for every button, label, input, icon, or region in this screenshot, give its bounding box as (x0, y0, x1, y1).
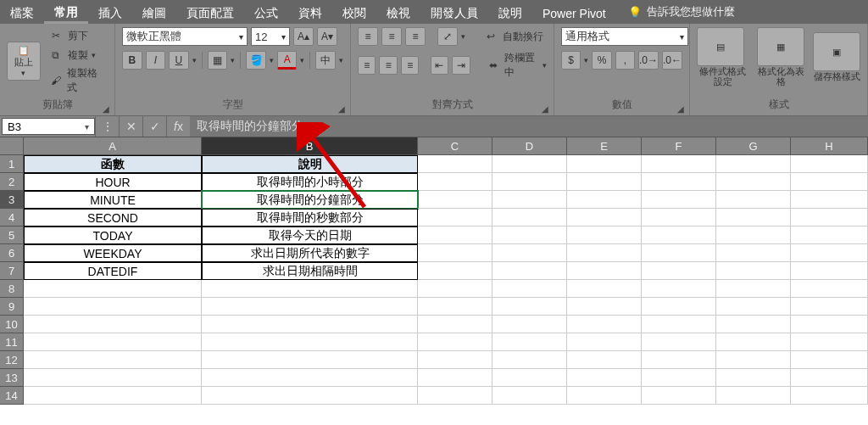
cell-B2[interactable]: 取得時間的小時部分 (202, 173, 418, 191)
cell-A9[interactable] (24, 298, 202, 316)
currency-button[interactable]: $ (561, 51, 581, 70)
cell-D5[interactable] (492, 226, 567, 244)
cell-A10[interactable] (24, 316, 202, 333)
col-header-D[interactable]: D (492, 137, 567, 155)
cell-E11[interactable] (567, 333, 642, 351)
copy-button[interactable]: ⧉複製▾ (47, 47, 108, 64)
row-header-5[interactable]: 5 (0, 226, 24, 244)
cell-B5[interactable]: 取得今天的日期 (202, 226, 418, 244)
cell-C2[interactable] (418, 173, 492, 191)
cell-G1[interactable] (716, 155, 791, 173)
align-left-button[interactable]: ≡ (358, 56, 376, 75)
cell-C7[interactable] (418, 262, 492, 280)
cell-G10[interactable] (716, 316, 791, 333)
enter-button[interactable]: ✓ (142, 116, 166, 137)
fx-button[interactable]: fx (166, 116, 190, 137)
tab-powerpivot[interactable]: Power Pivot (532, 0, 616, 24)
cell-D3[interactable] (492, 191, 567, 209)
cell-H3[interactable] (791, 191, 868, 209)
cell-D11[interactable] (492, 333, 567, 351)
dialog-launcher-icon[interactable]: ◢ (338, 104, 345, 114)
cut-button[interactable]: ✂剪下 (47, 27, 108, 44)
cell-H6[interactable] (791, 244, 868, 262)
cell-G14[interactable] (716, 387, 791, 405)
cell-A8[interactable] (24, 280, 202, 298)
wrap-text-button[interactable]: ↩自動換行 (482, 28, 543, 45)
cell-B4[interactable]: 取得時間的秒數部分 (202, 209, 418, 226)
cell-G8[interactable] (716, 280, 791, 298)
tab-file[interactable]: 檔案 (0, 0, 44, 24)
cell-H10[interactable] (791, 316, 868, 333)
font-size-combo[interactable]: 12▾ (251, 27, 290, 46)
cell-E7[interactable] (567, 262, 642, 280)
cell-H2[interactable] (791, 173, 868, 191)
tab-home[interactable]: 常用 (44, 0, 88, 24)
row-header-9[interactable]: 9 (0, 298, 24, 316)
cell-D14[interactable] (492, 387, 567, 405)
dialog-launcher-icon[interactable]: ◢ (677, 104, 684, 114)
row-header-6[interactable]: 6 (0, 244, 24, 262)
cell-E5[interactable] (567, 226, 642, 244)
cell-E14[interactable] (567, 387, 642, 405)
align-right-button[interactable]: ≡ (401, 56, 419, 75)
cell-F3[interactable] (642, 191, 716, 209)
tab-page-layout[interactable]: 頁面配置 (176, 0, 244, 24)
conditional-formatting-button[interactable]: ▤ 條件式格式設定 (697, 27, 748, 87)
row-header-12[interactable]: 12 (0, 351, 24, 369)
cell-E1[interactable] (567, 155, 642, 173)
cell-C6[interactable] (418, 244, 492, 262)
cell-F1[interactable] (642, 155, 716, 173)
increase-indent-button[interactable]: ⇥ (452, 56, 470, 75)
cell-C9[interactable] (418, 298, 492, 316)
cell-H9[interactable] (791, 298, 868, 316)
cell-A6[interactable]: WEEKDAY (24, 244, 202, 262)
align-middle-button[interactable]: ≡ (381, 27, 402, 46)
cell-C3[interactable] (418, 191, 492, 209)
cell-H4[interactable] (791, 209, 868, 226)
cell-styles-button[interactable]: ▣ 儲存格樣式 (813, 32, 860, 81)
cell-H8[interactable] (791, 280, 868, 298)
cell-B7[interactable]: 求出日期相隔時間 (202, 262, 418, 280)
col-header-E[interactable]: E (567, 137, 642, 155)
dialog-launcher-icon[interactable]: ◢ (103, 104, 109, 114)
cell-C8[interactable] (418, 280, 492, 298)
cell-H7[interactable] (791, 262, 868, 280)
cell-F13[interactable] (642, 369, 716, 387)
cell-H11[interactable] (791, 333, 868, 351)
col-header-G[interactable]: G (716, 137, 791, 155)
cell-C1[interactable] (418, 155, 492, 173)
align-bottom-button[interactable]: ≡ (405, 27, 426, 46)
cell-D6[interactable] (492, 244, 567, 262)
row-header-13[interactable]: 13 (0, 369, 24, 387)
orientation-button[interactable]: ⤢ (437, 27, 458, 46)
cell-G11[interactable] (716, 333, 791, 351)
underline-button[interactable]: U (169, 51, 189, 70)
cell-H14[interactable] (791, 387, 868, 405)
tab-draw[interactable]: 繪圖 (132, 0, 176, 24)
merge-center-button[interactable]: ⬌跨欄置中▾ (486, 51, 547, 80)
cell-B6[interactable]: 求出日期所代表的數字 (202, 244, 418, 262)
cell-A14[interactable] (24, 387, 202, 405)
cell-F8[interactable] (642, 280, 716, 298)
bold-button[interactable]: B (122, 51, 142, 70)
row-header-11[interactable]: 11 (0, 333, 24, 351)
cell-G6[interactable] (716, 244, 791, 262)
cell-E6[interactable] (567, 244, 642, 262)
formula-more-button[interactable]: ⋮ (95, 116, 119, 137)
tab-data[interactable]: 資料 (288, 0, 332, 24)
cell-E2[interactable] (567, 173, 642, 191)
cell-E10[interactable] (567, 316, 642, 333)
cell-G13[interactable] (716, 369, 791, 387)
cell-B12[interactable] (202, 351, 418, 369)
cell-D4[interactable] (492, 209, 567, 226)
col-header-H[interactable]: H (791, 137, 868, 155)
cell-F5[interactable] (642, 226, 716, 244)
fill-color-button[interactable]: 🪣 (246, 51, 266, 70)
cell-C14[interactable] (418, 387, 492, 405)
row-header-3[interactable]: 3 (0, 191, 24, 209)
cell-C10[interactable] (418, 316, 492, 333)
cell-G2[interactable] (716, 173, 791, 191)
cell-D12[interactable] (492, 351, 567, 369)
number-format-combo[interactable]: 通用格式▾ (561, 27, 688, 46)
cell-E4[interactable] (567, 209, 642, 226)
